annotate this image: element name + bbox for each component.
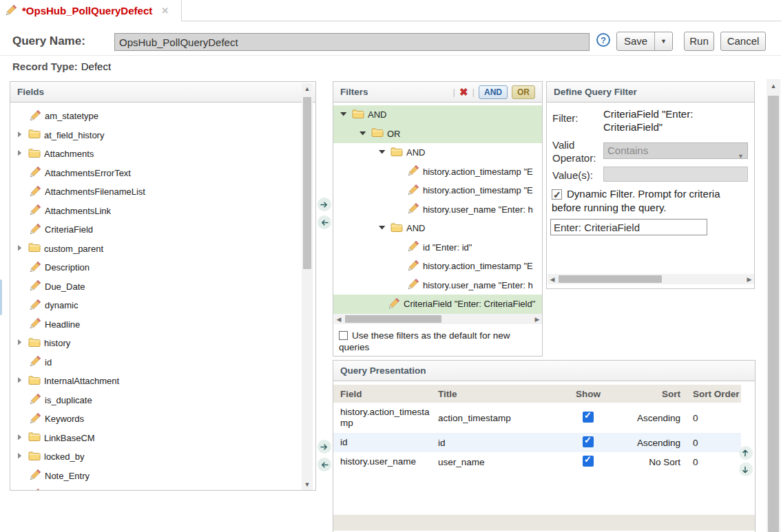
- fields-tree-item[interactable]: CriteriaField: [10, 220, 315, 240]
- values-input[interactable]: [603, 167, 748, 182]
- pencil-icon: [6, 4, 17, 18]
- fields-tree-item[interactable]: dynamic: [10, 296, 315, 315]
- fields-tree-item[interactable]: history: [10, 334, 315, 353]
- fields-tree-item[interactable]: custom_parent: [10, 240, 315, 259]
- remove-field-from-presentation-button[interactable]: [317, 458, 331, 471]
- add-field-to-filter-button[interactable]: [317, 198, 331, 211]
- fields-tree-item[interactable]: LinkBaseCM: [10, 429, 315, 448]
- define-hscrollbar-thumb[interactable]: [559, 275, 662, 283]
- scroll-down-icon[interactable]: ▼: [302, 479, 313, 490]
- expander-down-icon[interactable]: [377, 147, 387, 158]
- scroll-left-icon[interactable]: ◀: [548, 276, 557, 283]
- default-filters-checkbox[interactable]: [339, 331, 348, 340]
- show-checkbox[interactable]: [583, 412, 594, 423]
- column-header[interactable]: Show: [561, 389, 616, 399]
- cell-sort-order[interactable]: 0: [690, 413, 749, 423]
- filters-tree-item[interactable]: id "Enter: id": [333, 238, 542, 257]
- expander-right-icon[interactable]: [15, 433, 25, 443]
- tab-opshub-pollquerydefect[interactable]: *OpsHub_PollQueryDefect ✕: [0, 0, 182, 21]
- and-button[interactable]: AND: [479, 85, 508, 99]
- fields-tree-item[interactable]: AttachmentsErrorText: [10, 164, 315, 183]
- help-icon[interactable]: ?: [596, 33, 610, 47]
- remove-field-from-filter-button[interactable]: [317, 215, 331, 229]
- cancel-button[interactable]: Cancel: [720, 32, 766, 51]
- delete-filter-icon[interactable]: ✖: [459, 82, 468, 102]
- page-scrollbar[interactable]: ▲: [767, 79, 780, 532]
- column-header[interactable]: Sort: [616, 389, 690, 399]
- expander-right-icon[interactable]: [15, 338, 25, 348]
- dynamic-filter-checkbox[interactable]: [552, 189, 562, 200]
- filters-tree-item[interactable]: CriteriaField "Enter: CriteriaField": [333, 295, 542, 314]
- scroll-right-icon[interactable]: ▶: [744, 276, 754, 283]
- fields-tree-item[interactable]: AttachmentsLink: [10, 202, 315, 221]
- query-name-input[interactable]: [114, 33, 590, 51]
- default-filters-option[interactable]: Use these filters as the default for new…: [333, 324, 542, 353]
- filters-tree-item[interactable]: history.user_name "Enter: h: [333, 276, 542, 295]
- scroll-right-icon[interactable]: ▶: [532, 316, 542, 323]
- run-button[interactable]: Run: [684, 32, 714, 51]
- filters-tree-item[interactable]: history.user_name "Enter: h: [333, 200, 542, 220]
- fields-tree-item[interactable]: Description: [10, 258, 315, 277]
- filters-tree-item[interactable]: OR: [333, 125, 542, 144]
- expander-right-icon[interactable]: [15, 149, 25, 159]
- move-row-up-button[interactable]: [739, 446, 753, 460]
- expander-down-icon[interactable]: [339, 109, 348, 120]
- fields-tree-item[interactable]: at_field_history: [10, 126, 315, 145]
- fields-tree-item[interactable]: Headline: [10, 315, 315, 334]
- fields-tree-item[interactable]: id: [10, 353, 315, 372]
- scroll-up-icon[interactable]: ▲: [302, 83, 313, 94]
- filters-tree-item[interactable]: history.action_timestamp "E: [333, 181, 542, 200]
- or-button[interactable]: OR: [512, 85, 535, 99]
- fields-tree-item[interactable]: Notes_Log: [10, 485, 315, 490]
- fields-tree-item[interactable]: am_statetype: [10, 107, 315, 126]
- expander-right-icon[interactable]: [15, 451, 25, 462]
- filters-tree-item[interactable]: AND: [333, 219, 542, 238]
- fields-scrollbar[interactable]: ▲ ▼: [302, 83, 313, 490]
- save-button[interactable]: Save: [617, 32, 655, 50]
- expander-right-icon[interactable]: [15, 130, 25, 140]
- filters-tree-item[interactable]: AND: [333, 143, 542, 162]
- criteria-prompt-input[interactable]: [550, 219, 707, 235]
- table-row[interactable]: history.user_nameuser_nameNo Sort0: [333, 452, 741, 471]
- page-scrollbar-thumb[interactable]: [768, 96, 779, 532]
- fields-tree-item[interactable]: Note_Entry: [10, 467, 315, 486]
- show-checkbox[interactable]: [583, 436, 594, 447]
- filters-hscrollbar-thumb[interactable]: [345, 315, 441, 323]
- scroll-left-icon[interactable]: ◀: [334, 316, 344, 323]
- define-hscrollbar[interactable]: ◀ ▶: [548, 274, 754, 284]
- column-header[interactable]: Title: [438, 389, 561, 399]
- column-header[interactable]: Sort Order: [690, 389, 749, 399]
- table-row[interactable]: history.action_timestampaction_timestamp…: [333, 403, 741, 433]
- filters-tree-item[interactable]: history.action_timestamp "E: [333, 257, 542, 276]
- column-header[interactable]: Field: [340, 389, 438, 399]
- fields-tree-item[interactable]: is_duplicate: [10, 391, 315, 410]
- fields-tree-item[interactable]: InternalAttachment: [10, 372, 315, 391]
- table-row[interactable]: ididAscending0: [333, 433, 741, 452]
- expander-down-icon[interactable]: [358, 129, 368, 139]
- fields-tree-item[interactable]: AttachmentsFilenameList: [10, 182, 315, 202]
- fields-scrollbar-thumb[interactable]: [303, 97, 311, 269]
- show-checkbox[interactable]: [583, 456, 594, 467]
- expander-right-icon[interactable]: [15, 244, 25, 254]
- expander-right-icon[interactable]: [15, 376, 25, 386]
- filters-tree-item[interactable]: AND: [333, 105, 542, 125]
- cell-sort[interactable]: No Sort: [616, 457, 690, 467]
- expander-down-icon[interactable]: [377, 223, 387, 233]
- cell-sort[interactable]: Ascending: [616, 438, 690, 448]
- record-type-line: Record Type:Defect: [12, 61, 111, 72]
- dynamic-filter-option[interactable]: Dynamic Filter. Prompt for criteria befo…: [552, 187, 751, 215]
- filters-tree-item[interactable]: history.action_timestamp "E: [333, 162, 542, 182]
- save-dropdown-arrow[interactable]: ▼: [655, 32, 672, 50]
- valid-operator-select[interactable]: Contains ▼: [603, 142, 748, 159]
- cell-sort[interactable]: Ascending: [616, 413, 690, 423]
- fields-tree-item[interactable]: Keywords: [10, 409, 315, 429]
- add-field-to-presentation-button[interactable]: [317, 440, 331, 454]
- move-row-down-button[interactable]: [739, 462, 753, 476]
- cell-sort-order[interactable]: 0: [690, 438, 749, 448]
- fields-tree-item[interactable]: Attachments: [10, 145, 315, 164]
- close-icon[interactable]: ✕: [161, 6, 169, 16]
- scroll-up-icon[interactable]: ▲: [767, 79, 780, 93]
- filters-hscrollbar[interactable]: ◀ ▶: [334, 314, 542, 324]
- fields-tree-item[interactable]: Due_Date: [10, 277, 315, 297]
- fields-tree-item[interactable]: locked_by: [10, 447, 315, 467]
